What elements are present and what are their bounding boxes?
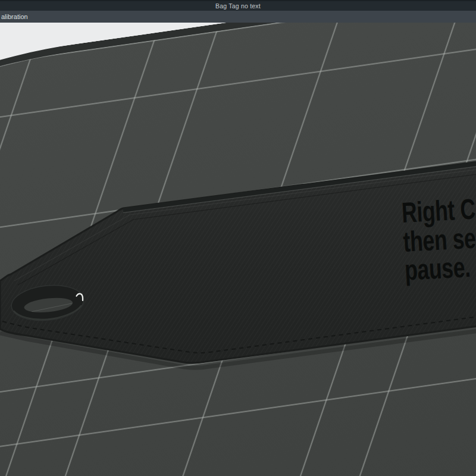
menubar: alibration [0,11,476,23]
model-bag-tag[interactable]: Right C then se pause. [0,156,476,363]
slicer-window: Bag Tag no text alibration [0,0,476,476]
scene-overlay: Right C then se pause. [0,23,476,476]
window-title: Bag Tag no text [215,2,261,10]
menu-item-calibration[interactable]: alibration [0,11,28,23]
titlebar[interactable]: Bag Tag no text [0,0,476,11]
engraving-text: Right C then se pause. [401,193,476,286]
engraving-line-3: pause. [404,251,471,286]
viewport-3d[interactable]: Right C then se pause. [0,23,476,476]
